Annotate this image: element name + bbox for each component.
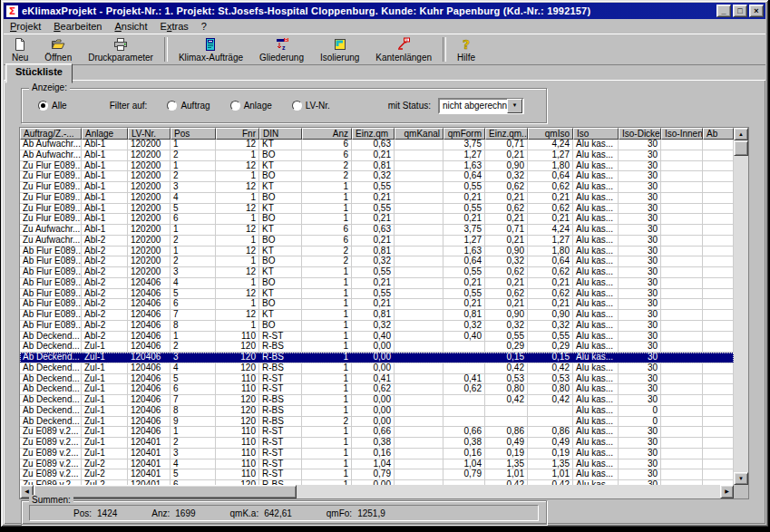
column-header-iso-innen[interactable]: Iso-Innen bbox=[661, 128, 703, 140]
column-header-einz-qm[interactable]: Einz.qm bbox=[352, 128, 395, 140]
toolbar-button-ffnen[interactable]: Öffnen bbox=[36, 34, 80, 64]
vertical-scroll-thumb[interactable] bbox=[734, 140, 748, 156]
column-header-anlage[interactable]: Anlage bbox=[82, 128, 128, 140]
table-row[interactable]: Zu E089 v.2...Zul-21204014110R-ST11,041,… bbox=[20, 459, 734, 470]
cell: 120406 bbox=[128, 406, 171, 416]
cell: 120406 bbox=[128, 363, 171, 373]
table-row[interactable]: Zu Flur E089...Abl-1120200112KT20,811,63… bbox=[20, 161, 734, 172]
column-header-fnr[interactable]: Fnr bbox=[216, 128, 259, 140]
table-row[interactable]: Ab Deckend...Zul-11204068120R-BS10,00Alu… bbox=[20, 406, 734, 417]
column-header-iso[interactable]: Iso bbox=[573, 128, 619, 140]
table-row[interactable]: Ab Aufwachr...Abl-1120200112KT60,633,750… bbox=[20, 140, 734, 150]
scroll-up-icon[interactable]: ▲ bbox=[734, 128, 748, 140]
table-row[interactable]: Ab Deckend...Zul-11204069120R-BS20,00Alu… bbox=[20, 417, 734, 428]
toolbar-button-isolierung[interactable]: Isolierung bbox=[312, 34, 367, 64]
table-row[interactable]: Ab Flur E089...Abl-212040661BO10,210,210… bbox=[20, 299, 734, 310]
cell: 0,21 bbox=[352, 193, 395, 203]
toolbar-button-hilfe[interactable]: ?Hilfe bbox=[449, 34, 483, 64]
table-row[interactable]: Zu Flur E089...Abl-1120200312KT10,550,55… bbox=[20, 182, 734, 193]
dropdown-arrow-icon[interactable]: ▼ bbox=[507, 99, 522, 113]
column-header-anz[interactable]: Anz bbox=[302, 128, 352, 140]
radio-alle[interactable]: Alle bbox=[38, 101, 67, 111]
cell bbox=[395, 406, 443, 416]
column-header-qmiso[interactable]: qmIso bbox=[528, 128, 573, 140]
cell: 110 bbox=[216, 469, 259, 479]
table-row[interactable]: Ab Flur E089...Abl-212040681BO10,320,320… bbox=[20, 321, 734, 332]
cell bbox=[703, 449, 734, 459]
table-row[interactable]: Ab Flur E089...Abl-2120200312KT10,550,55… bbox=[20, 267, 734, 278]
maximize-button[interactable]: □ bbox=[733, 5, 747, 17]
horizontal-scrollbar[interactable]: ◀ ▶ bbox=[20, 485, 734, 498]
table-row[interactable]: Ab Flur E089...Abl-2120406712KT10,810,81… bbox=[20, 310, 734, 321]
column-header-qmkanal[interactable]: qmKanal bbox=[395, 128, 443, 140]
toolbar-button-druckparameter[interactable]: Druckparameter bbox=[80, 34, 161, 64]
radio-lv-nr[interactable]: LV-Nr. bbox=[292, 101, 330, 111]
table-row[interactable]: Zu Flur E089...Abl-1120200512KT10,550,55… bbox=[20, 204, 734, 215]
cell: 30 bbox=[619, 150, 661, 160]
cell: Ab Flur E089... bbox=[20, 247, 82, 256]
column-header-einz-qm[interactable]: Einz.qm... bbox=[485, 128, 528, 140]
menu-item-extras[interactable]: Extras bbox=[154, 20, 195, 33]
toolbar-button-kantenl-ngen[interactable]: NKantenlängen bbox=[367, 34, 440, 64]
scroll-right-icon[interactable]: ▶ bbox=[720, 485, 734, 498]
radio-anlage[interactable]: Anlage bbox=[230, 101, 272, 111]
table-row[interactable]: Zu Aufwachr...Abl-1120200112KT60,633,750… bbox=[20, 225, 734, 236]
table-row[interactable]: Zu Aufwachr...Abl-212020021BO60,211,270,… bbox=[20, 236, 734, 247]
toolbar-button-label: Gliederung bbox=[259, 53, 304, 63]
column-header-lv-nr[interactable]: LV-Nr. bbox=[128, 128, 171, 140]
tab-stueckliste[interactable]: Stückliste bbox=[5, 63, 73, 83]
cell bbox=[703, 363, 734, 373]
radio-auftrag[interactable]: Auftrag bbox=[167, 101, 210, 111]
cell: 0,62 bbox=[352, 384, 395, 394]
menu-item-bearbeiten[interactable]: Bearbeiten bbox=[47, 20, 108, 33]
content-panel: Anzeige: Alle Filter auf: AuftragAnlageL… bbox=[4, 80, 765, 524]
table-row[interactable]: Zu Flur E089...Abl-112020061BO10,210,210… bbox=[20, 214, 734, 225]
cell: 120 bbox=[216, 363, 259, 373]
table-row[interactable]: Ab Deckend...Zul-11204065110R-ST10,410,4… bbox=[20, 374, 734, 385]
table-row[interactable]: Ab Aufwachr...Abl-112020021BO60,211,270,… bbox=[20, 150, 734, 161]
column-header-ab[interactable]: Ab bbox=[703, 128, 734, 140]
table-row[interactable]: Ab Deckend...Zul-11204064120R-BS10,000,4… bbox=[20, 363, 734, 374]
table-row[interactable]: Zu E089 v.2...Zul-21204015110R-ST10,790,… bbox=[20, 469, 734, 480]
scroll-down-icon[interactable]: ▼ bbox=[734, 472, 748, 485]
cell bbox=[703, 310, 734, 320]
column-header-qmform[interactable]: qmForm bbox=[443, 128, 485, 140]
toolbar-button-gliederung[interactable]: RzGliederung bbox=[251, 34, 312, 64]
minimize-button[interactable]: _ bbox=[716, 5, 731, 17]
table-row[interactable]: Ab Deckend...Zul-11204066110R-ST10,620,6… bbox=[20, 384, 734, 395]
cell: 2 bbox=[171, 342, 216, 352]
cell: 30 bbox=[619, 193, 661, 203]
grid-body: Ab Aufwachr...Abl-1120200112KT60,633,750… bbox=[20, 140, 734, 485]
table-row[interactable]: Ab Deckend...Zul-11204067120R-BS10,000,4… bbox=[20, 395, 734, 406]
toolbar-button-klimax-auftr-ge[interactable]: Klimax-Aufträge bbox=[171, 34, 251, 64]
table-row[interactable]: Zu Flur E089...Abl-112020041BO10,210,210… bbox=[20, 193, 734, 204]
table-row[interactable]: Zu Flur E089...Abl-112020021BO20,320,640… bbox=[20, 171, 734, 182]
column-header-din[interactable]: DIN bbox=[259, 128, 302, 140]
table-row[interactable]: Ab Flur E089...Abl-2120200112KT20,811,63… bbox=[20, 247, 734, 257]
table-row[interactable]: Ab Flur E089...Abl-212020021BO20,320,640… bbox=[20, 256, 734, 267]
cell: 0,53 bbox=[528, 374, 573, 384]
table-row[interactable]: Zu E089 v.2...Zul-11204012110R-ST10,380,… bbox=[20, 438, 734, 449]
menu-item-ansicht[interactable]: Ansicht bbox=[108, 20, 153, 33]
cell bbox=[443, 395, 485, 405]
stueckliste-grid: Auftrag/Z.-...AnlageLV-Nr.PosFnrDINAnzEi… bbox=[19, 127, 749, 499]
table-row[interactable]: Ab Flur E089...Abl-2120406512KT10,550,55… bbox=[20, 289, 734, 300]
table-row[interactable]: Ab Flur E089...Abl-212040641BO10,210,210… bbox=[20, 278, 734, 289]
table-row[interactable]: Zu E089 v.2...Zul-11204013110R-ST10,160,… bbox=[20, 449, 734, 459]
menu-item-projekt[interactable]: Projekt bbox=[4, 20, 47, 33]
vertical-scrollbar[interactable]: ▲ ▼ bbox=[734, 128, 748, 485]
cell: BO bbox=[259, 236, 302, 246]
table-row[interactable]: Ab Deckend...Abl-21204061110R-ST10,400,4… bbox=[20, 332, 734, 343]
column-header-pos[interactable]: Pos bbox=[171, 128, 216, 140]
status-dropdown[interactable]: nicht abgerechnet ▼ bbox=[438, 98, 524, 114]
close-button[interactable]: × bbox=[749, 5, 764, 17]
menu-item-[interactable]: ? bbox=[195, 20, 213, 33]
table-row[interactable]: Zu E089 v.2...Zul-11204061110R-ST10,660,… bbox=[20, 427, 734, 438]
cell: 1 bbox=[216, 150, 259, 160]
table-row[interactable]: Ab Deckend...Zul-11204062120R-BS10,000,2… bbox=[20, 342, 734, 353]
column-header-auftrag-z[interactable]: Auftrag/Z.-... bbox=[20, 128, 82, 140]
toolbar-button-neu[interactable]: Neu bbox=[4, 34, 36, 64]
table-row-selected[interactable]: Ab Deckend...Zul-11204063120R-BS10,000,1… bbox=[20, 353, 734, 363]
cell bbox=[395, 236, 443, 246]
column-header-iso-dicke[interactable]: Iso-Dicke bbox=[619, 128, 661, 140]
